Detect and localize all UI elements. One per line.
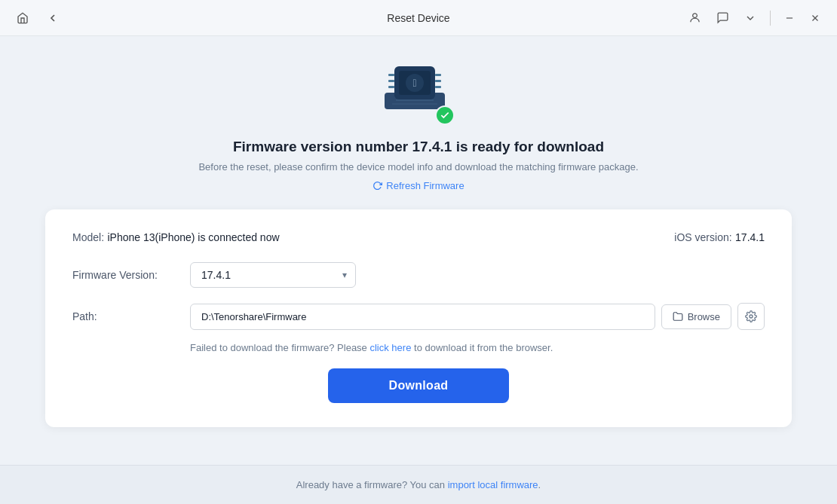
- click-here-link[interactable]: click here: [369, 342, 411, 353]
- browse-button[interactable]: Browse: [661, 304, 731, 329]
- settings-button[interactable]: [737, 303, 765, 330]
- path-input-group: Browse: [190, 303, 765, 330]
- refresh-firmware-link[interactable]: Refresh Firmware: [373, 180, 464, 191]
- main-content:  Firmware version number 17.4.1 is read…: [0, 36, 837, 465]
- firmware-version-select-wrapper: 17.4.1 ▾: [190, 262, 356, 288]
- hero-subtitle: Before the reset, please confirm the dev…: [198, 161, 638, 173]
- path-label: Path:: [72, 310, 178, 322]
- firmware-card: Model: iPhone 13(iPhone) is connected no…: [45, 209, 792, 427]
- download-btn-wrapper: Download: [72, 368, 765, 403]
- footer-bar: Already have a firmware? You can import …: [0, 465, 837, 504]
- gear-icon: [745, 310, 757, 322]
- device-icon-container: : [381, 59, 456, 127]
- download-button[interactable]: Download: [328, 368, 509, 403]
- titlebar-divider: [770, 11, 771, 26]
- model-value: iPhone 13(iPhone) is connected now: [107, 231, 279, 243]
- svg-point-0: [693, 14, 698, 18]
- hero-section:  Firmware version number 17.4.1 is read…: [198, 59, 638, 191]
- hero-title: Firmware version number 17.4.1 is ready …: [233, 139, 604, 155]
- path-row: Path: Browse: [72, 303, 765, 330]
- firmware-version-row: Firmware Version: 17.4.1 ▾: [72, 262, 765, 288]
- folder-icon: [673, 311, 683, 322]
- back-button[interactable]: [42, 9, 63, 27]
- footer-text-before: Already have a firmware? You can: [296, 479, 445, 490]
- svg-rect-11: [388, 86, 394, 88]
- ios-info: iOS version: 17.4.1: [674, 231, 765, 244]
- close-button[interactable]: [805, 10, 825, 26]
- svg-rect-10: [388, 80, 394, 82]
- refresh-icon: [373, 181, 382, 191]
- footer-text-after: .: [538, 479, 541, 490]
- svg-rect-12: [435, 74, 441, 76]
- titlebar: Reset Device: [0, 0, 837, 36]
- user-icon-button[interactable]: [684, 8, 706, 27]
- svg-rect-14: [435, 86, 441, 88]
- minimize-button[interactable]: [780, 10, 799, 26]
- chat-icon-button[interactable]: [712, 8, 734, 27]
- chevron-down-button[interactable]: [740, 9, 761, 27]
- home-button[interactable]: [12, 9, 33, 27]
- firmware-version-label: Firmware Version:: [72, 269, 178, 281]
- model-info-row: Model: iPhone 13(iPhone) is connected no…: [72, 231, 765, 244]
- svg-rect-9: [388, 74, 394, 76]
- check-badge-icon: [435, 105, 455, 125]
- svg-text:: : [412, 78, 416, 89]
- window-title: Reset Device: [387, 12, 449, 24]
- model-info: Model: iPhone 13(iPhone) is connected no…: [72, 231, 280, 244]
- model-label: Model:: [72, 231, 104, 243]
- path-input[interactable]: [190, 304, 655, 330]
- titlebar-right: [684, 8, 825, 27]
- firmware-version-select[interactable]: 17.4.1: [190, 262, 356, 288]
- svg-rect-13: [435, 80, 441, 82]
- ios-value: 17.4.1: [735, 231, 765, 243]
- titlebar-left: [12, 9, 63, 27]
- ios-label: iOS version:: [674, 231, 731, 243]
- import-local-firmware-link[interactable]: import local firmware: [448, 479, 538, 490]
- svg-point-17: [750, 315, 753, 318]
- error-hint: Failed to download the firmware? Please …: [190, 342, 765, 353]
